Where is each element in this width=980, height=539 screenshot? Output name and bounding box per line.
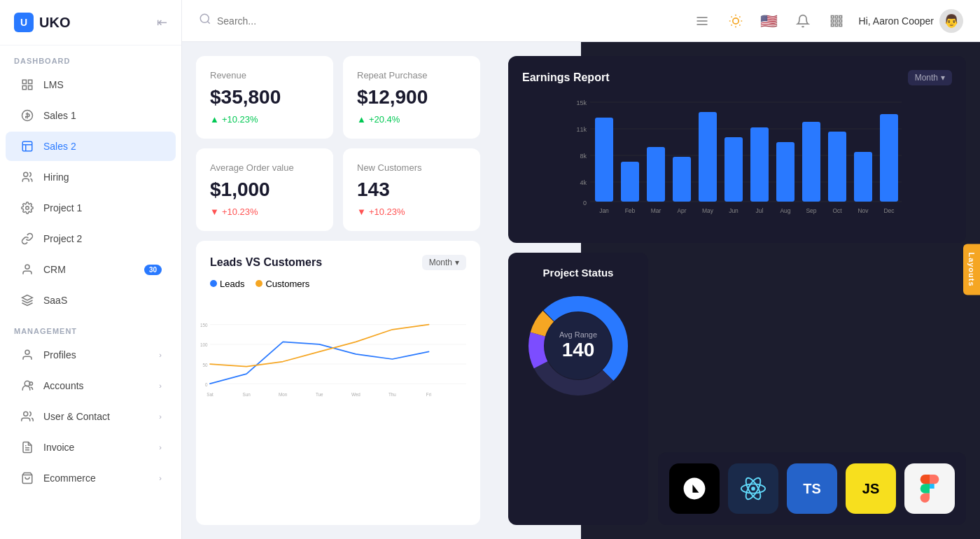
svg-text:0: 0 — [205, 382, 208, 387]
svg-text:Sep: Sep — [806, 207, 816, 214]
sidebar-item-ecommerce[interactable]: Ecommerce › — [6, 463, 176, 493]
right-panel: Earnings Report Month ▾ 15k 11k 8k 4k 0 — [494, 42, 980, 539]
svg-text:Fri: Fri — [426, 392, 431, 397]
stat-card-avg-order: Average Order value $1,000 ▼+10.23% — [196, 148, 333, 231]
lms-label: LMS — [43, 79, 64, 90]
avg-order-value: $1,000 — [210, 178, 319, 201]
donut-center: Avg Range 140 — [559, 330, 597, 361]
person-icon — [20, 347, 35, 363]
svg-text:Tue: Tue — [316, 392, 323, 397]
sidebar-item-accounts[interactable]: Accounts › — [6, 371, 176, 400]
svg-rect-58 — [647, 147, 665, 202]
leads-legend: Leads Customers — [210, 279, 466, 289]
leads-month-selector[interactable]: Month ▾ — [422, 255, 466, 270]
chart-icon — [20, 139, 35, 154]
dollar-icon — [20, 108, 35, 123]
svg-rect-61 — [724, 137, 743, 202]
stat-card-revenue: Revenue $35,800 ▲+10.23% — [196, 56, 333, 139]
users-icon — [20, 409, 35, 424]
sidebar-item-crm[interactable]: CRM 30 — [6, 255, 176, 284]
svg-text:150: 150 — [200, 323, 208, 328]
flag-icon[interactable]: 🇺🇸 — [758, 10, 780, 32]
sidebar-item-sales1[interactable]: Sales 1 — [6, 101, 176, 130]
sidebar-item-profiles[interactable]: Profiles › — [6, 340, 176, 370]
doc-icon — [20, 440, 35, 455]
theme-icon[interactable] — [724, 10, 747, 32]
svg-text:4k: 4k — [580, 179, 587, 186]
header: 🇺🇸 Hi, Aaron Cooper 👨 — [182, 0, 980, 42]
svg-rect-65 — [828, 132, 846, 202]
revenue-label: Revenue — [210, 70, 319, 80]
figma-icon — [904, 463, 955, 514]
sidebar-item-sales2[interactable]: Sales 2 — [6, 132, 176, 161]
crm-badge: 30 — [144, 265, 162, 275]
svg-text:Jun: Jun — [729, 207, 738, 214]
svg-point-13 — [24, 412, 28, 416]
sidebar-item-lms[interactable]: LMS — [6, 70, 176, 99]
apps-icon[interactable] — [825, 10, 848, 32]
svg-text:Thu: Thu — [388, 392, 396, 397]
svg-text:Aug: Aug — [780, 207, 790, 214]
svg-rect-63 — [776, 142, 794, 202]
sales2-label: Sales 2 — [43, 141, 76, 152]
svg-text:Mar: Mar — [651, 207, 662, 214]
svg-text:15k: 15k — [576, 99, 587, 106]
saas-label: SaaS — [43, 295, 67, 306]
svg-point-12 — [29, 382, 33, 386]
earnings-card: Earnings Report Month ▾ 15k 11k 8k 4k 0 — [508, 56, 966, 243]
svg-text:Sat: Sat — [206, 392, 214, 397]
repeat-purchase-value: $12,900 — [357, 86, 466, 108]
svg-point-17 — [200, 14, 209, 22]
project1-label: Project 1 — [43, 202, 82, 214]
sidebar-item-hiring[interactable]: Hiring — [6, 162, 176, 192]
svg-rect-67 — [880, 114, 898, 202]
svg-rect-25 — [831, 20, 833, 22]
sidebar-item-user-contact[interactable]: User & Contact › — [6, 402, 176, 431]
earnings-month-selector[interactable]: Month ▾ — [908, 70, 952, 85]
bottom-right: Project Status — [508, 253, 966, 525]
svg-text:100: 100 — [200, 342, 208, 347]
user-icon — [20, 262, 35, 277]
svg-point-21 — [732, 18, 738, 23]
svg-text:0: 0 — [583, 200, 587, 206]
svg-rect-62 — [750, 127, 769, 202]
accounts-label: Accounts — [43, 380, 84, 391]
revenue-value: $35,800 — [210, 86, 319, 108]
sidebar-item-invoice[interactable]: Invoice › — [6, 433, 176, 462]
hiring-label: Hiring — [43, 172, 69, 183]
svg-point-88 — [751, 486, 755, 491]
svg-rect-30 — [839, 24, 841, 26]
svg-text:11k: 11k — [576, 126, 587, 133]
menu-icon[interactable] — [691, 10, 713, 32]
svg-text:Feb: Feb — [625, 207, 636, 214]
svg-rect-29 — [835, 24, 837, 26]
sidebar-item-saas[interactable]: SaaS — [6, 286, 176, 315]
svg-rect-3 — [29, 86, 32, 90]
collapse-button[interactable]: ⇤ — [157, 15, 167, 30]
notification-icon[interactable] — [792, 10, 814, 32]
layers-icon — [20, 293, 35, 308]
search-input[interactable] — [217, 15, 357, 27]
svg-rect-66 — [854, 152, 872, 202]
svg-rect-27 — [839, 20, 841, 22]
settings-icon — [20, 200, 35, 216]
svg-rect-22 — [831, 15, 833, 18]
project-status-card: Project Status — [508, 253, 648, 525]
new-customers-label: New Customers — [357, 162, 466, 173]
svg-text:May: May — [702, 207, 714, 214]
svg-rect-26 — [835, 20, 837, 22]
svg-point-10 — [25, 350, 29, 354]
svg-rect-28 — [831, 24, 833, 26]
stat-card-new-customers: New Customers 143 ▼+10.23% — [343, 148, 480, 231]
stat-card-repeat-purchase: Repeat Purchase $12,900 ▲+20.4% — [343, 56, 480, 139]
new-customers-change: ▼+10.23% — [357, 206, 466, 217]
sidebar-item-project1[interactable]: Project 1 — [6, 193, 176, 223]
ecommerce-chevron: › — [159, 474, 162, 482]
leads-chart-svg: 150 100 50 0 Sat Sun Mon Tue Wed Thu Fri — [210, 296, 466, 422]
sidebar-item-project2[interactable]: Project 2 — [6, 224, 176, 253]
earnings-chart-svg: 15k 11k 8k 4k 0 — [522, 97, 952, 226]
svg-rect-0 — [22, 80, 26, 83]
svg-rect-57 — [621, 162, 639, 202]
svg-point-8 — [25, 265, 29, 269]
donut-avg-label: Avg Range — [559, 330, 597, 339]
